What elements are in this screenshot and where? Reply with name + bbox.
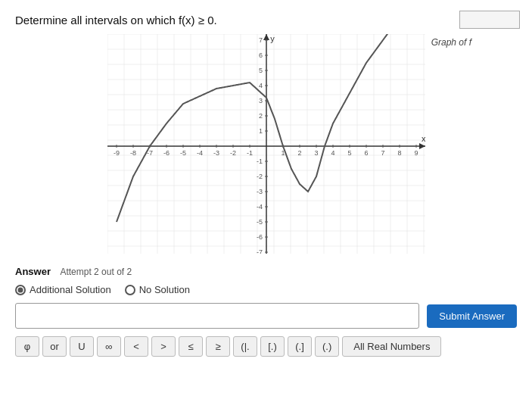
radio-group: Additional Solution No Solution [15,284,517,295]
answer-label: Answer [15,266,51,277]
submit-button[interactable]: Submit Answer [427,304,517,328]
radio-additional-solution[interactable]: Additional Solution [15,284,111,295]
graph-label: Graph of f [431,37,471,48]
sym-geq[interactable]: ≥ [206,336,230,357]
answer-section: Answer Attempt 2 out of 2 Additional Sol… [15,264,517,357]
sym-union[interactable]: U [70,336,94,357]
graph-container: Graph of f [15,34,517,254]
sym-lbracket-rparen[interactable]: [.) [260,336,285,357]
sym-phi[interactable]: φ [15,336,39,357]
sym-lparen-rbracket[interactable]: (.] [288,336,312,357]
sym-leq[interactable]: ≤ [179,336,203,357]
main-page: Determine all intervals on which f(x) ≥ … [0,0,532,372]
sym-or[interactable]: or [42,336,67,357]
sym-open-abs[interactable]: (|. [233,336,257,357]
radio-label-no-solution: No Solution [139,284,190,295]
sym-parens[interactable]: (.) [315,336,339,357]
radio-circle-additional [15,285,26,295]
sym-infinity[interactable]: ∞ [97,336,121,357]
sym-greater[interactable]: > [151,336,176,357]
radio-circle-no-solution [125,285,135,295]
radio-no-solution[interactable]: No Solution [125,284,190,295]
top-right-box [459,11,520,29]
question-text: Determine all intervals on which f(x) ≥ … [15,14,517,27]
radio-label-additional: Additional Solution [30,284,111,295]
sym-less[interactable]: < [124,336,148,357]
sym-all-real[interactable]: All Real Numbers [342,336,441,357]
input-row: Submit Answer [15,303,517,329]
answer-input[interactable] [15,303,419,329]
symbol-bar: φ or U ∞ < > ≤ ≥ (|. [.) (.] (.) All Rea… [15,336,517,357]
function-graph [107,34,425,254]
attempt-text: Attempt 2 out of 2 [60,267,132,277]
